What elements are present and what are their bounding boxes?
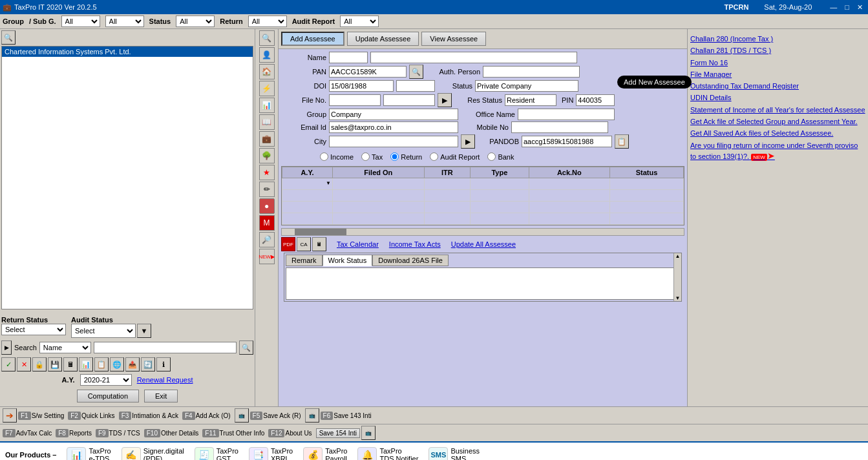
pdf-icon-button[interactable]: PDF xyxy=(281,237,295,251)
return-filter-select[interactable]: All xyxy=(248,16,287,27)
sidebar-link-4[interactable]: Outstanding Tax Demand Register xyxy=(690,81,865,90)
return-status-select[interactable]: Select xyxy=(1,324,66,335)
audit-status-select[interactable]: Select xyxy=(71,324,136,338)
sidebar-link-2[interactable]: Form No 16 xyxy=(690,58,865,67)
product-gst[interactable]: 🧾 TaxPro GST xyxy=(195,447,238,460)
status-filter-select[interactable]: All xyxy=(176,16,215,27)
pie-chart-icon-button[interactable]: 📊 xyxy=(79,357,93,371)
sidebar-link-8[interactable]: Get All Saved Ack files of Selected Asse… xyxy=(690,129,865,138)
refresh-icon-button[interactable]: 🔄 xyxy=(141,357,155,371)
sidebar-link-7[interactable]: Get Ack file of Selected Group and Asses… xyxy=(690,117,865,126)
product-payroll[interactable]: 💰 TaxPro Payroll xyxy=(303,447,347,460)
nav-pen-icon[interactable]: ✏ xyxy=(259,182,275,197)
calc-icon-button[interactable]: 🖩 xyxy=(63,357,78,371)
product-signer[interactable]: ✍ Signer.digital (PDF) xyxy=(122,447,184,460)
scrollbar-thumb[interactable] xyxy=(295,229,346,235)
product-sms[interactable]: SMS Business SMS xyxy=(429,447,480,460)
pandob-search-button[interactable]: 📋 xyxy=(615,134,629,149)
sidebar-link-0[interactable]: Challan 280 (Income Tax ) xyxy=(690,34,865,43)
nav-star-icon[interactable]: ★ xyxy=(259,165,275,180)
city-input[interactable] xyxy=(329,136,458,147)
f4-label[interactable]: Add Ack (O) xyxy=(196,412,231,419)
ay-select[interactable]: 2020-21 xyxy=(80,374,132,386)
nav-search-icon[interactable]: 🔍 xyxy=(259,30,275,46)
product-etds[interactable]: 📊 TaxPro e-TDS xyxy=(67,447,111,460)
radio-income[interactable] xyxy=(320,152,328,161)
nav-email-icon[interactable]: M xyxy=(259,215,275,231)
pan-search-button[interactable]: 🔍 xyxy=(409,65,423,79)
update-assessee-button[interactable]: Update Assessee xyxy=(347,32,419,46)
nav-home-icon[interactable]: 🏠 xyxy=(259,64,275,79)
search-go-button[interactable]: 🔍 xyxy=(239,340,253,355)
tv-icon-3[interactable]: 📺 xyxy=(361,426,376,440)
radio-audit[interactable] xyxy=(430,152,438,161)
f11-label[interactable]: Trust Other Info xyxy=(220,430,265,437)
radio-bank-label[interactable]: Bank xyxy=(487,152,514,161)
save-154-button[interactable]: Save 154 Inti xyxy=(316,428,360,438)
office-name-input[interactable] xyxy=(518,109,615,120)
auth-person-input[interactable] xyxy=(483,66,580,78)
search-type-select[interactable]: Name xyxy=(39,342,91,353)
radio-income-label[interactable]: Income xyxy=(320,152,354,161)
radio-return-label[interactable]: Return xyxy=(390,152,422,161)
fileno-action-button[interactable]: ▶ xyxy=(438,93,452,107)
name-input-1[interactable] xyxy=(329,52,368,63)
add-assessee-button[interactable]: Add Assessee xyxy=(281,32,344,46)
network-icon-button[interactable]: 🌐 xyxy=(110,357,124,371)
product-tds-notifier[interactable]: 🔔 TaxPro TDS Notifier xyxy=(357,447,418,460)
save-icon-button[interactable]: 💾 xyxy=(48,357,62,371)
f12-label[interactable]: About Us xyxy=(285,430,312,437)
nav-person-icon[interactable]: 👤 xyxy=(259,47,275,63)
f9-label[interactable]: TDS / TCS xyxy=(109,430,140,437)
table-row[interactable] xyxy=(282,213,684,225)
pin-input[interactable] xyxy=(576,94,615,106)
nav-lightning-icon[interactable]: ⚡ xyxy=(259,81,275,96)
nav-book-icon[interactable]: 📖 xyxy=(259,114,275,130)
sidebar-link-6[interactable]: Statement of Income of all Year's for se… xyxy=(690,105,865,114)
tax-calendar-link[interactable]: Tax Calendar xyxy=(337,240,379,248)
f8-label[interactable]: Reports xyxy=(69,430,92,437)
f6-label[interactable]: Save 143 Inti xyxy=(333,412,371,419)
nav-globe-icon[interactable]: ● xyxy=(259,198,275,214)
maximize-button[interactable]: □ xyxy=(842,3,852,12)
download-26as-tab[interactable]: Download 26AS File xyxy=(372,255,449,266)
radio-return[interactable] xyxy=(390,152,399,161)
close-button[interactable]: ✕ xyxy=(854,3,865,12)
status-form-input[interactable] xyxy=(475,80,578,92)
f10-label[interactable]: Other Details xyxy=(161,430,198,437)
renewal-link[interactable]: Renewal Request xyxy=(137,376,193,384)
minimize-button[interactable]: — xyxy=(827,3,840,12)
exit-button[interactable]: Exit xyxy=(144,390,178,402)
doi-input-2[interactable] xyxy=(396,80,435,92)
search-arrow-button[interactable]: ▶ xyxy=(1,340,12,355)
income-tax-acts-link[interactable]: Income Tax Acts xyxy=(389,240,441,248)
nav-chart-icon[interactable]: 📊 xyxy=(259,98,275,113)
city-action-button[interactable]: ▶ xyxy=(461,134,475,149)
nav-zoom-icon[interactable]: 🔎 xyxy=(259,232,275,247)
nav-tree-icon[interactable]: 🌳 xyxy=(259,148,275,163)
doi-input[interactable] xyxy=(329,80,394,92)
nav-bag-icon[interactable]: 💼 xyxy=(259,131,275,147)
info-icon-button[interactable]: ℹ xyxy=(156,357,171,371)
remark-tab[interactable]: Remark xyxy=(286,255,323,266)
delete-icon-button[interactable]: ✕ xyxy=(17,357,31,371)
subg-select[interactable]: All xyxy=(105,16,144,27)
res-status-input[interactable] xyxy=(505,94,556,106)
table-row[interactable] xyxy=(282,190,684,202)
view-assessee-button[interactable]: View Assessee xyxy=(421,32,486,46)
f7-label[interactable]: AdvTax Calc xyxy=(16,430,52,437)
update-all-link[interactable]: Update All Assessee xyxy=(451,240,516,248)
mobile-input[interactable] xyxy=(511,121,608,133)
ca-icon-button[interactable]: CA xyxy=(297,237,311,251)
remark-content[interactable] xyxy=(286,267,680,300)
computation-button[interactable]: Computation xyxy=(77,390,139,402)
f3-label[interactable]: Intimation & Ack xyxy=(132,412,178,419)
f1-label[interactable]: S/w Setting xyxy=(32,412,65,419)
work-status-tab[interactable]: Work Status xyxy=(323,255,373,266)
pan-input[interactable] xyxy=(329,66,407,78)
table-row[interactable]: ▼ xyxy=(282,178,684,190)
group-form-input[interactable] xyxy=(329,109,458,120)
nav-new-icon[interactable]: NEW▶ xyxy=(259,249,275,264)
radio-bank[interactable] xyxy=(487,152,496,161)
audit-status-action-button[interactable]: ▼ xyxy=(137,324,151,338)
